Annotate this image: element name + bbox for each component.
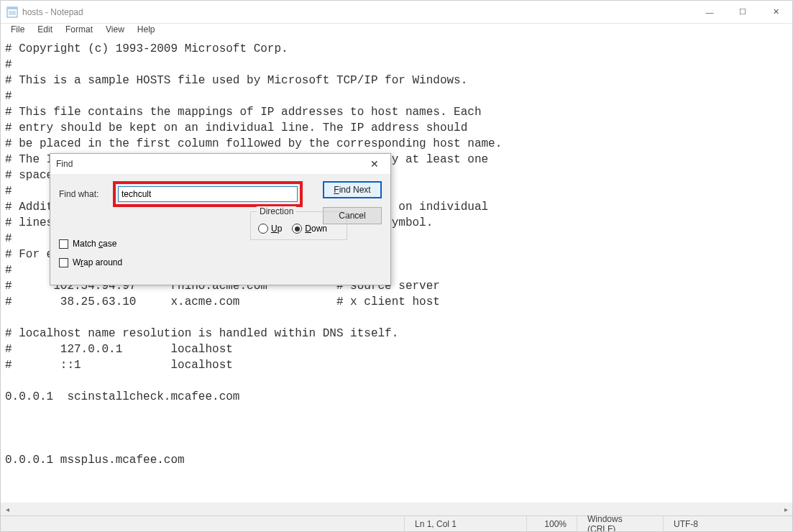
find-next-label-rest: ind Next — [339, 185, 371, 195]
status-encoding: UTF-8 — [663, 516, 792, 531]
statusbar: Ln 1, Col 1 100% Windows (CRLF) UTF-8 — [1, 515, 792, 531]
close-button[interactable]: ✕ — [759, 1, 792, 23]
menu-format[interactable]: Format — [60, 23, 98, 36]
direction-up-radio[interactable]: Up — [258, 224, 282, 234]
scroll-left-arrow-icon[interactable]: ◂ — [1, 503, 14, 515]
status-eol: Windows (CRLF) — [577, 516, 663, 531]
find-dialog-close-button[interactable]: ✕ — [365, 158, 385, 170]
notepad-icon — [6, 6, 18, 18]
direction-group: Direction Up Down — [250, 211, 347, 240]
find-dialog: Find ✕ Find what: Find Next Cancel Direc… — [50, 153, 391, 285]
window-title: hosts - Notepad — [22, 7, 693, 17]
wrap-around-checkbox[interactable]: Wrap around — [59, 257, 122, 267]
horizontal-scrollbar[interactable]: ◂ ▸ — [1, 503, 792, 515]
direction-down-radio[interactable]: Down — [292, 224, 327, 234]
menubar: File Edit Format View Help — [1, 24, 792, 38]
menu-edit[interactable]: Edit — [32, 23, 58, 36]
menu-help[interactable]: Help — [132, 23, 161, 36]
window-controls: — ☐ ✕ — [693, 1, 792, 23]
window-titlebar: hosts - Notepad — ☐ ✕ — [1, 1, 792, 24]
find-input-highlight — [113, 181, 303, 207]
status-position: Ln 1, Col 1 — [404, 516, 526, 531]
svg-rect-1 — [7, 7, 17, 9]
find-what-label: Find what: — [59, 189, 113, 199]
maximize-button[interactable]: ☐ — [726, 1, 759, 23]
status-zoom: 100% — [526, 516, 577, 531]
scroll-right-arrow-icon[interactable]: ▸ — [779, 503, 792, 515]
find-dialog-title: Find — [56, 159, 365, 169]
find-what-input[interactable] — [118, 186, 298, 202]
menu-file[interactable]: File — [5, 23, 30, 36]
menu-view[interactable]: View — [100, 23, 130, 36]
find-next-button[interactable]: Find Next — [323, 181, 382, 198]
direction-legend: Direction — [257, 206, 296, 216]
minimize-button[interactable]: — — [693, 1, 726, 23]
match-case-checkbox[interactable]: Match case — [59, 239, 122, 249]
find-dialog-titlebar: Find ✕ — [50, 154, 390, 174]
